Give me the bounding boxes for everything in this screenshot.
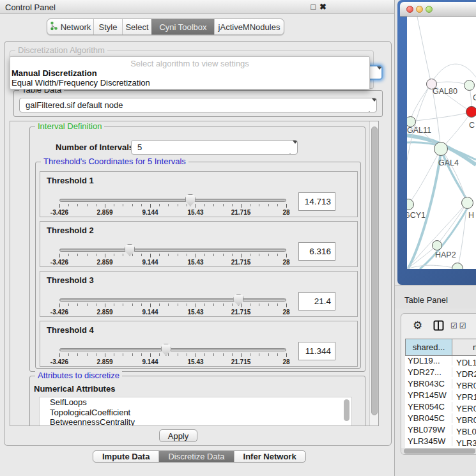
table-row[interactable]: YER054CYER0 [405,402,476,413]
network-node-gal11[interactable] [407,116,416,127]
scrollbar-thumb[interactable] [371,127,378,415]
dropdown-item-manual-discretization[interactable]: Manual Discretization [10,68,369,78]
table-row[interactable]: YBR043CYBR0 [405,379,476,390]
list-item[interactable]: TopologicalCoefficient [40,408,351,418]
network-node-c[interactable] [466,106,476,118]
cell[interactable]: YBR0 [452,381,476,390]
network-window-titlebar[interactable] [400,2,476,17]
tab-network-label: Network [61,22,91,32]
tab-cyni-toolbox[interactable]: Cyni Toolbox [151,19,214,35]
attributes-group-title: Attributes to discretize [35,371,122,380]
tab-network[interactable]: Network [47,19,93,35]
table-row[interactable]: YPR145WYPR1 [405,390,476,402]
slider-track[interactable] [59,249,286,252]
tick-mark [268,303,269,306]
tab-impute-data[interactable]: Impute Data [93,451,158,462]
table-row[interactable]: YDR27...YDR2 [405,367,476,379]
tick-mark [232,254,233,256]
list-item[interactable]: BetweennessCentrality [40,417,351,426]
network-node-label: GAL11 [407,126,431,135]
tick-mark [96,303,96,306]
cell[interactable]: YDR2 [452,369,476,379]
tick-mark [213,353,214,356]
minimize-traffic-light[interactable] [416,6,423,13]
table-row[interactable]: YLR345WYLR3 [405,436,476,448]
cyni-toolbox-panel: Discretization Algorithm Select algorith… [4,41,392,446]
tick-mark [286,353,287,357]
tick-label: 15.43 [187,209,203,216]
number-of-intervals-combobox[interactable]: 5 [131,140,298,155]
cell[interactable]: YDR27... [405,367,452,377]
threshold-2-value-field[interactable]: 6.316 [298,242,335,261]
table-row[interactable]: YBL079WYBL0 [405,425,476,436]
close-traffic-light[interactable] [406,6,413,13]
tab-discretize-data-label: Discretize Data [168,452,224,461]
column-layout-icon[interactable] [433,320,444,333]
threshold-2-slider[interactable]: -3.4262.8599.14415.4321.71528 [59,243,286,266]
network-node-h[interactable] [461,197,473,209]
list-item[interactable]: SelfLoops [40,397,351,408]
cell[interactable]: YBL079W [405,425,452,434]
slider-track[interactable] [59,298,286,302]
tick-mark [105,353,105,357]
cell[interactable]: YER0 [452,404,476,413]
threshold-1-slider[interactable]: -3.4262.8599.14415.4321.71528 [59,194,286,217]
gear-icon[interactable]: ⚙ [413,319,422,332]
table-row[interactable]: YDL19...YDL1 [405,356,476,367]
table-data-combobox[interactable]: galFiltered.sif default node [19,98,377,112]
close-icon[interactable]: ✖ [319,2,330,12]
tick-mark [87,204,88,206]
dropdown-item-equal-width-frequency[interactable]: Equal Width/Frequency Discretization [10,78,369,88]
tab-discretize-data[interactable]: Discretize Data [158,451,233,462]
column-header-shared-name[interactable]: shared... [405,339,452,356]
tick-mark [241,353,242,357]
slider-track[interactable] [59,199,286,202]
cell[interactable]: YDL1 [452,358,476,367]
threshold-4-slider[interactable]: -3.4262.8599.14415.4321.71528 [59,343,286,366]
tab-infer-network[interactable]: Infer Network [234,451,305,462]
network-canvas[interactable]: GAL80GACGAL11GAL4GCY1HHAP2 [407,17,476,269]
tab-select[interactable]: Select [122,19,151,35]
tick-mark [123,204,123,206]
float-window-icon[interactable]: □ [311,2,319,12]
cell[interactable]: YLR345W [405,436,452,446]
tick-mark [223,204,224,206]
cell[interactable]: YBR045C [405,413,452,423]
settings-vertical-scrollbar[interactable] [369,121,379,426]
tick-mark [259,303,259,306]
tick-mark [114,303,114,306]
network-node-ga[interactable] [464,80,475,91]
list-scrollbar-thumb[interactable] [344,399,349,421]
network-node-hap2[interactable] [432,240,442,250]
zoom-traffic-light[interactable] [426,6,433,13]
numerical-attributes-label: Numerical Attributes [34,384,115,394]
tick-mark [259,353,259,356]
threshold-4-value-field[interactable]: 11.344 [298,342,335,360]
threshold-1-value-field[interactable]: 14.713 [298,192,335,211]
table-row[interactable]: YBR045CYBR0 [405,413,476,425]
table-horizontal-scrollbar[interactable] [401,448,476,454]
cell[interactable]: YBR0 [452,415,476,425]
cell[interactable]: YBR043C [405,379,452,388]
tick-mark [196,254,196,257]
scrollbar-thumb[interactable] [404,449,475,454]
network-node-label: H [468,211,474,220]
tab-style[interactable]: Style [93,19,122,35]
network-node-gal4[interactable] [434,142,448,156]
cell[interactable]: YPR145W [405,390,452,400]
threshold-3-value-field[interactable]: 21.4 [298,292,335,311]
apply-button[interactable]: Apply [159,429,197,442]
cell[interactable]: YLR3 [452,438,476,448]
cell[interactable]: YDL19... [405,356,452,365]
threshold-3-slider[interactable]: -3.4262.8599.14415.4321.71528 [59,293,286,316]
cell[interactable]: YBL0 [452,427,476,436]
column-header-name[interactable]: na [452,339,476,356]
select-columns-checkbox-icons[interactable]: ☑☑ [450,321,468,330]
settings-scroll-viewport: Interval Definition Number of Intervals … [10,121,379,426]
tab-jactivemnodules[interactable]: jActiveMNodules [214,19,284,35]
tick-mark [87,303,88,306]
threshold-1-panel: Threshold 1 -3.4262.8599.14415.4321.7152… [40,171,358,217]
slider-track[interactable] [59,348,286,351]
cell[interactable]: YER054C [405,402,452,411]
cell[interactable]: YPR1 [452,392,476,402]
